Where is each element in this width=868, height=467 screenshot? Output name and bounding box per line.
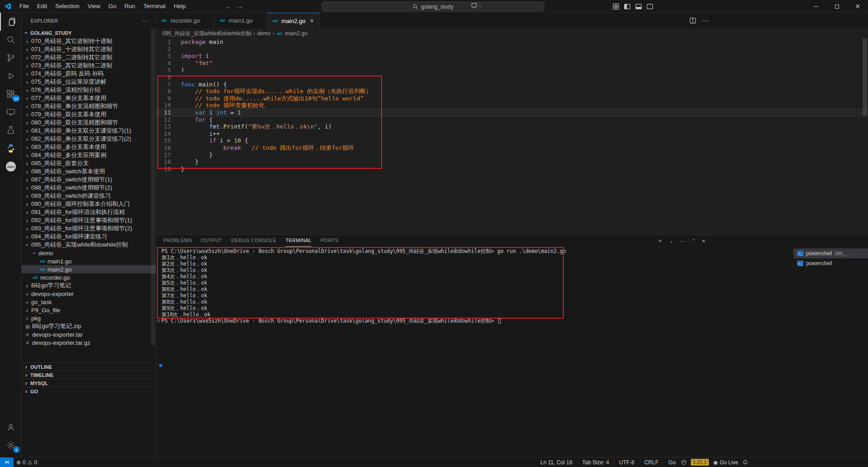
sidebar-scrollbar[interactable]	[151, 29, 155, 345]
maximize-button[interactable]	[826, 0, 847, 13]
code-line[interactable]: 11 var i int = 1	[156, 109, 868, 116]
menu-edit[interactable]: Edit	[33, 0, 51, 13]
tree-item-074-尚硅谷-原码-反码-补码[interactable]: ›074_尚硅谷_原码 反码 补码	[22, 70, 156, 78]
code-line[interactable]: 5)	[156, 67, 868, 74]
status-item-ln-11-col-18[interactable]: Ln 11, Col 18	[539, 459, 573, 466]
status-item-tab-size-4[interactable]: Tab Size: 4	[581, 459, 610, 466]
tree-item-086-尚硅谷-switch基本使用[interactable]: ›086_尚硅谷_switch基本使用	[22, 167, 156, 176]
code-line[interactable]: 7func main() {	[156, 81, 868, 88]
run-debug-activity-icon[interactable]	[0, 67, 22, 85]
remote-explorer-activity-icon[interactable]	[0, 103, 22, 121]
tree-item-devops-exporter.tar.gz[interactable]: ≡devops-exporter.tar.gz	[22, 338, 156, 347]
terminal-list-item[interactable]: >_powershell095_...	[793, 248, 868, 258]
breadcrumb-item[interactable]: 095_尚硅谷_实现while和dowhile控制	[162, 30, 251, 38]
maximize-panel-icon[interactable]: ⌃	[692, 238, 695, 243]
go-live-button[interactable]: ◉ Go Live	[713, 459, 738, 466]
forward-arrow-icon[interactable]: →	[234, 0, 245, 13]
tree-item-recorder.go[interactable]: GOrecorder.go	[22, 273, 156, 281]
problems-status[interactable]: ⊗0 ⚠0	[14, 457, 40, 467]
terminal-profile-chevron-icon[interactable]: ⌄	[670, 238, 673, 243]
code-line[interactable]: 13 fmt.Printf("第%v次，hello，ok\n", i)	[156, 123, 868, 130]
tree-item-073-尚硅谷-其它进制转二进制[interactable]: ›073_尚硅谷_其它进制转二进制	[22, 62, 156, 70]
panel-tab-problems[interactable]: PROBLEMS	[163, 235, 192, 247]
breadcrumb-item[interactable]: demo	[257, 30, 270, 37]
toggle-sidebar-icon[interactable]	[623, 3, 631, 10]
editor-scrollbar[interactable]	[863, 38, 867, 115]
menu-file[interactable]: File	[15, 0, 33, 13]
go-version-badge[interactable]: 1.21.1	[691, 459, 709, 466]
status-item-go[interactable]: Go	[668, 459, 677, 466]
tree-item-pkg[interactable]: ›pkg	[22, 314, 156, 322]
tree-item-demo[interactable]: ›demo	[22, 249, 156, 257]
code-line[interactable]: 8 // todo for循环实现do......while 的实例（先执行后判…	[156, 88, 868, 95]
close-panel-icon[interactable]: ×	[702, 238, 705, 244]
code-line[interactable]: 15 if i > 10 {	[156, 137, 868, 144]
tree-item-076-尚硅谷-流程控制介绍[interactable]: ›076_尚硅谷_流程控制介绍	[22, 86, 156, 94]
tree-item-091-尚硅谷-for循环语法和执行流程[interactable]: ›091_尚硅谷_for循环语法和执行流程	[22, 208, 156, 216]
tree-item-090-尚硅谷-循环控制基本介绍和入门[interactable]: ›090_尚硅谷_循环控制基本介绍和入门	[22, 200, 156, 208]
settings-gear-icon[interactable]: 1	[0, 436, 22, 454]
code-line[interactable]: 9 // todo 使用do......while方式输出10句“hello w…	[156, 95, 868, 102]
close-button[interactable]: ✕	[847, 0, 868, 13]
status-item-utf-8[interactable]: UTF-8	[618, 459, 635, 466]
editor-more-actions-icon[interactable]: ···	[702, 17, 709, 25]
tree-item-main2.go[interactable]: GOmain2.go	[22, 265, 156, 273]
terminal-list-item[interactable]: >_powershell	[793, 258, 868, 268]
testing-activity-icon[interactable]	[0, 121, 22, 139]
code-area[interactable]: 1package main23import (4 "fmt"5)67func m…	[156, 38, 868, 234]
search-activity-icon[interactable]	[0, 31, 22, 49]
panel-tab-output[interactable]: OUTPUT	[201, 235, 222, 247]
menu-go[interactable]: Go	[104, 0, 120, 13]
tree-item-go-task[interactable]: ›go_task	[22, 298, 156, 306]
tree-item-075-尚硅谷-位运算深度讲解[interactable]: ›075_尚硅谷_位运算深度讲解	[22, 78, 156, 86]
tree-item-071-尚硅谷-十进制转其它进制[interactable]: ›071_尚硅谷_十进制转其它进制	[22, 45, 156, 53]
tree-item-b站go学习笔记.zip[interactable]: ▤B站go学习笔记.zip	[22, 322, 156, 330]
status-item-crlf[interactable]: CRLF	[643, 459, 659, 466]
tree-item-078-尚硅谷-单分支流程图和细节[interactable]: ›078_尚硅谷_单分支流程图和细节	[22, 102, 156, 110]
explorer-more-actions-icon[interactable]: ···	[142, 17, 149, 24]
code-line[interactable]: 3import (	[156, 52, 868, 60]
command-center-search[interactable]: golang_study	[322, 2, 544, 11]
menu-selection[interactable]: Selection	[51, 0, 83, 13]
tree-item-087-尚硅谷-switch使用细节-1-[interactable]: ›087_尚硅谷_switch使用细节(1)	[22, 176, 156, 184]
breadcrumb-item[interactable]: main2.go	[285, 30, 307, 37]
new-terminal-icon[interactable]: ＋	[657, 237, 663, 245]
tree-item-079-尚硅谷-双分支基本使用[interactable]: ›079_尚硅谷_双分支基本使用	[22, 110, 156, 119]
code-line[interactable]: 14 i++	[156, 130, 868, 138]
tree-item-088-尚硅谷-switch使用细节-2-[interactable]: ›088_尚硅谷_switch使用细节(2)	[22, 184, 156, 192]
remote-indicator[interactable]: ><	[0, 457, 14, 467]
code-line[interactable]: 2	[156, 46, 868, 53]
tree-item-083-尚硅谷-多分支基本使用[interactable]: ›083_尚硅谷_多分支基本使用	[22, 143, 156, 151]
sidebar-section-timeline[interactable]: ›TIMELINE	[22, 371, 156, 379]
code-line[interactable]: 19}	[156, 166, 868, 173]
panel-more-actions-icon[interactable]: ···	[679, 238, 685, 244]
tree-item-devops-exporter[interactable]: ›devops-exporter	[22, 290, 156, 298]
code-line[interactable]: 4 "fmt"	[156, 60, 868, 67]
tree-item-094-尚硅谷-for循环课堂练习[interactable]: ›094_尚硅谷_for循环课堂练习	[22, 233, 156, 241]
tree-item-095-尚硅谷-实现while和dowhile控制[interactable]: ›095_尚硅谷_实现while和dowhile控制	[22, 241, 156, 249]
tree-item-081-尚硅谷-单分支双分支课堂练习-1-[interactable]: ›081_尚硅谷_单分支双分支课堂练习(1)	[22, 127, 156, 135]
tree-item-p9-go-file[interactable]: ›P9_Go_file	[22, 306, 156, 314]
explorer-activity-icon[interactable]	[0, 13, 22, 31]
code-line[interactable]: 18 }	[156, 158, 868, 166]
tree-item-072-尚硅谷-二进制转其它进制[interactable]: ›072_尚硅谷_二进制转其它进制	[22, 53, 156, 62]
tab-main2.go[interactable]: GOmain2.go×	[267, 13, 319, 29]
bell-icon[interactable]	[742, 459, 748, 465]
tree-item-093-尚硅谷-for循环注意事项和细节-2-[interactable]: ›093_尚硅谷_for循环注意事项和细节(2)	[22, 224, 156, 233]
tree-item-092-尚硅谷-for循环注意事项和细节-1-[interactable]: ›092_尚硅谷_for循环注意事项和细节(1)	[22, 216, 156, 224]
panel-tab-ports[interactable]: PORTS	[321, 235, 338, 247]
titlebar-action-icon[interactable]: ⌄	[471, 2, 482, 9]
python-extension-icon[interactable]	[0, 139, 22, 157]
go-gopher-icon[interactable]	[681, 459, 687, 465]
tab-main1.go[interactable]: GOmain1.go	[214, 13, 267, 29]
tree-item-085-尚硅谷-嵌套分支[interactable]: ›085_尚硅谷_嵌套分支	[22, 159, 156, 167]
customize-layout-icon[interactable]	[612, 3, 620, 10]
panel-tab-debug-console[interactable]: DEBUG CONSOLE	[231, 235, 277, 247]
panel-tab-terminal[interactable]: TERMINAL	[285, 235, 311, 247]
code-line[interactable]: 10 // todo 循环变量初始化	[156, 102, 868, 109]
tree-item-main1.go[interactable]: GOmain1.go	[22, 257, 156, 265]
extensions-activity-icon[interactable]: 10	[0, 85, 22, 103]
sidebar-section-mysql[interactable]: ›MYSQL	[22, 379, 156, 387]
tree-item-b站go学习笔记[interactable]: ›B站go学习笔记	[22, 281, 156, 290]
tree-item-084-尚硅谷-多分支应用案例[interactable]: ›084_尚硅谷_多分支应用案例	[22, 151, 156, 159]
